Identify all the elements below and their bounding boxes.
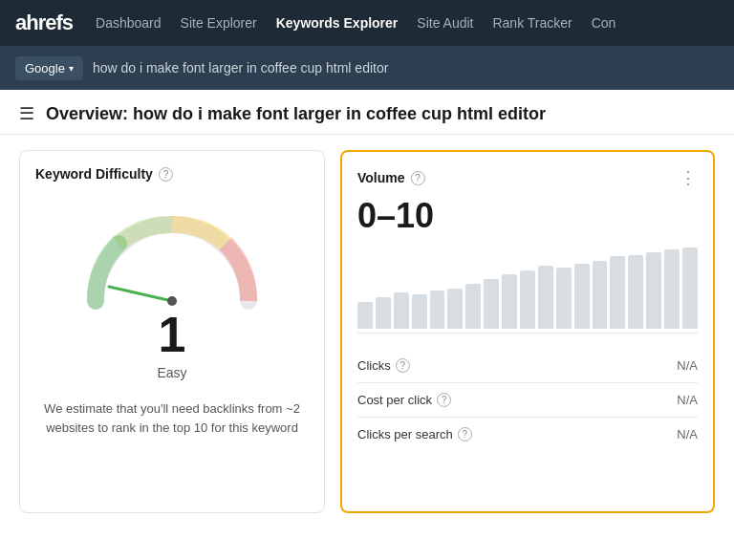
more-options-icon[interactable]: ⋮ <box>680 167 698 188</box>
kd-card-header: Keyword Difficulty ? <box>35 166 173 182</box>
hamburger-icon[interactable]: ☰ <box>19 103 34 124</box>
bar-item <box>447 289 463 330</box>
bar-item <box>484 279 499 329</box>
clicks-value: N/A <box>677 358 698 373</box>
cps-label: Clicks per search ? <box>357 427 472 442</box>
kd-help-icon[interactable]: ? <box>159 167 173 182</box>
clicks-label-text: Clicks <box>357 358 391 373</box>
bar-item <box>682 248 698 329</box>
logo[interactable]: ahrefs <box>15 11 73 35</box>
search-bar: Google ▾ <box>0 46 734 90</box>
bar-item <box>556 268 572 329</box>
cards-section: Keyword Difficulty ? 1 Easy <box>0 135 734 528</box>
cps-row: Clicks per search ? N/A <box>357 418 698 451</box>
cpc-label: Cost per click ? <box>357 393 451 407</box>
nav-site-explorer[interactable]: Site Explorer <box>181 15 257 31</box>
volume-card-title: Volume <box>357 170 405 185</box>
bar-item <box>646 252 661 329</box>
bar-item <box>394 292 409 329</box>
cps-help-icon[interactable]: ? <box>458 427 472 442</box>
cps-label-text: Clicks per search <box>357 427 453 442</box>
bar-item <box>628 255 643 329</box>
logo-rest: hrefs <box>26 11 73 34</box>
bar-item <box>376 297 391 329</box>
logo-a: a <box>15 11 26 34</box>
volume-card: Volume ? ⋮ 0–10 Clicks ? N/A Cost per cl… <box>340 150 715 513</box>
volume-value: 0–10 <box>357 196 698 236</box>
bar-item <box>502 274 517 329</box>
bar-chart <box>357 248 698 334</box>
bar-item <box>430 291 445 329</box>
page-header: ☰ Overview: how do i make font larger in… <box>0 90 734 135</box>
navbar: ahrefs Dashboard Site Explorer Keywords … <box>0 0 734 46</box>
bar-item <box>538 266 553 329</box>
nav-con[interactable]: Con <box>592 15 616 31</box>
bar-item <box>610 256 625 329</box>
nav-dashboard[interactable]: Dashboard <box>96 15 162 31</box>
kd-description: We estimate that you'll need backlinks f… <box>35 399 309 437</box>
bar-item <box>465 284 481 329</box>
volume-help-icon[interactable]: ? <box>411 171 425 185</box>
volume-card-header: Volume ? ⋮ <box>357 167 698 188</box>
chevron-down-icon: ▾ <box>69 63 74 74</box>
cpc-label-text: Cost per click <box>357 393 432 407</box>
volume-title-group: Volume ? <box>357 170 425 185</box>
cpc-help-icon[interactable]: ? <box>437 393 451 407</box>
search-input[interactable] <box>93 60 719 75</box>
kd-card-title: Keyword Difficulty <box>35 166 153 182</box>
svg-point-1 <box>167 296 177 306</box>
nav-keywords-explorer[interactable]: Keywords Explorer <box>276 15 399 31</box>
nav-site-audit[interactable]: Site Audit <box>417 15 473 31</box>
gauge-container: 1 Easy <box>35 201 309 380</box>
clicks-label: Clicks ? <box>357 358 410 373</box>
svg-line-0 <box>109 287 172 301</box>
kd-label: Easy <box>157 365 186 380</box>
cps-value: N/A <box>677 427 698 442</box>
bar-item <box>574 264 590 329</box>
engine-selector[interactable]: Google ▾ <box>15 56 83 80</box>
bar-item <box>520 270 535 329</box>
engine-label: Google <box>25 61 65 75</box>
bar-item <box>593 261 608 329</box>
nav-rank-tracker[interactable]: Rank Tracker <box>492 15 572 31</box>
cpc-row: Cost per click ? N/A <box>357 383 698 418</box>
bar-item <box>664 249 680 329</box>
clicks-row: Clicks ? N/A <box>357 349 698 383</box>
keyword-difficulty-card: Keyword Difficulty ? 1 Easy <box>19 150 325 513</box>
page-title: Overview: how do i make font larger in c… <box>46 104 546 124</box>
bar-item <box>357 302 373 329</box>
cpc-value: N/A <box>677 393 698 407</box>
nav-links: Dashboard Site Explorer Keywords Explore… <box>96 15 615 31</box>
gauge-svg <box>76 201 268 315</box>
clicks-help-icon[interactable]: ? <box>396 358 410 373</box>
bar-item <box>412 294 427 329</box>
